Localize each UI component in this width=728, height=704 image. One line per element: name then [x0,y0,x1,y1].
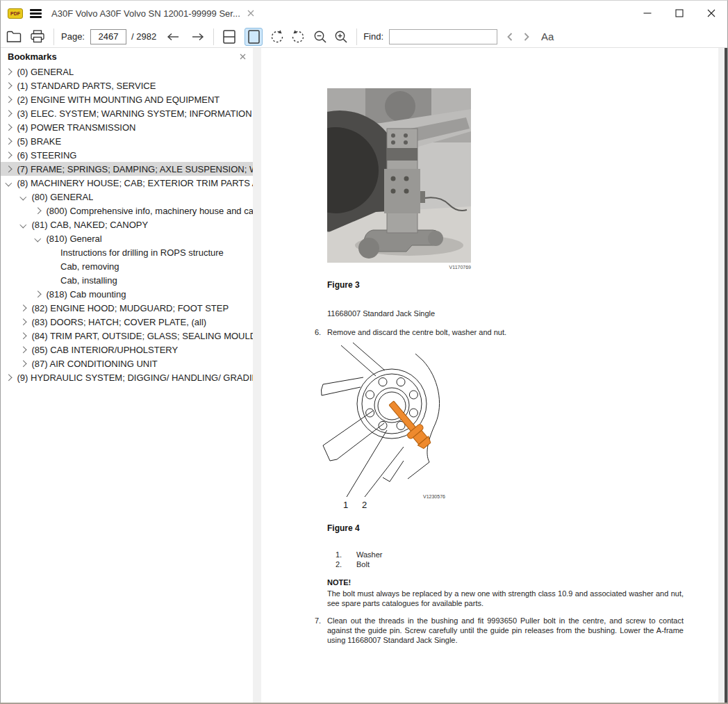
zoom-out-button[interactable] [313,30,327,44]
figure4-caption: Figure 4 [327,523,360,533]
find-next-button[interactable] [523,32,530,42]
tab-close-icon[interactable] [247,10,254,17]
bookmark-item[interactable]: Cab, installing [1,273,253,287]
bookmark-label: (810) General [47,234,102,244]
previous-page-button[interactable] [166,33,180,41]
chevron-right-icon[interactable] [6,152,12,158]
bookmark-item[interactable]: (7) FRAME; SPRINGS; DAMPING; AXLE SUSPEN… [1,162,253,176]
scrollbar-track[interactable] [718,48,725,703]
bookmark-list: (0) GENERAL(1) STANDARD PARTS, SERVICE(2… [1,65,253,384]
find-previous-button[interactable] [506,32,513,42]
chevron-right-icon[interactable] [6,68,12,74]
chevron-right-icon [523,32,530,42]
bookmark-item[interactable]: (6) STEERING [1,148,253,162]
chevron-right-icon[interactable] [20,318,26,325]
single-page-view-button[interactable] [245,28,263,46]
bookmark-item[interactable]: (9) HYDRAULIC SYSTEM; DIGGING/ HANDLING/… [1,370,253,384]
bookmark-item[interactable]: (81) CAB, NAKED; CANOPY [1,218,253,231]
pdf-page: V1170769 Figure 3 11668007 Standard Jack… [261,48,720,703]
rotate-ccw-button[interactable] [270,29,285,44]
bookmark-label: (87) AIR CONDITIONING UNIT [32,359,158,369]
bookmark-item[interactable]: (810) General [1,231,253,245]
step-text: Remove and discard the centre bolt, wash… [327,328,684,338]
bookmark-label: (4) POWER TRANSMISSION [17,122,136,133]
bookmark-item[interactable]: (82) ENGINE HOOD; MUDGUARD; FOOT STEP [1,301,253,315]
tool-reference: 11668007 Standard Jack Single [327,309,435,318]
page-number-input[interactable] [90,29,126,44]
page-label: Page: [61,31,85,42]
print-button[interactable] [30,30,45,43]
bookmark-item[interactable]: (84) TRIM PART, OUTSIDE; GLASS; SEALING … [1,329,253,343]
open-file-button[interactable] [6,31,22,43]
scrollbar[interactable] [725,48,727,703]
toolbar-separator [53,28,54,45]
chevron-right-icon[interactable] [6,96,12,102]
bookmarks-panel: Bookmarks (0) GENERAL(1) STANDARD PARTS,… [1,48,253,703]
chevron-right-icon[interactable] [35,290,41,297]
close-button[interactable] [695,1,727,26]
panel-divider[interactable] [253,48,261,703]
chevron-right-icon[interactable] [20,304,26,311]
chevron-right-icon[interactable] [6,165,12,172]
menu-hamburger-icon[interactable] [30,9,42,18]
bookmark-label: (2) ENGINE WITH MOUNTING AND EQUIPMENT [17,95,220,105]
step-number: 7. [315,616,327,645]
bookmark-label: (800) Comprehensive info, machinery hous… [47,206,254,216]
chevron-right-icon[interactable] [6,124,12,130]
bookmark-item[interactable]: (818) Cab mounting [1,287,253,301]
figure3-image-code: V1170769 [327,265,471,270]
bookmark-item[interactable]: (5) BRAKE [1,134,253,148]
bookmark-item[interactable]: (85) CAB INTERIOR/UPHOLSTERY [1,343,253,357]
document-tab-title[interactable]: A30F Volvo A30F Volvo SN 12001-99999 Ser… [51,8,240,19]
step-text: Clean out the threads in the bushing and… [327,616,684,645]
match-case-toggle[interactable]: Aa [541,31,554,42]
chevron-right-icon[interactable] [6,374,12,380]
note-text: The bolt must always be replaced by a ne… [327,589,684,609]
bookmarks-close-icon[interactable] [240,54,246,60]
bookmark-item[interactable]: (83) DOORS; HATCH; COVER PLATE, (all) [1,315,253,329]
legend-number: 1. [336,550,356,560]
bookmarks-title: Bookmarks [8,51,57,62]
pdf-reader-window: PDF A30F Volvo A30F Volvo SN 12001-99999… [0,0,728,704]
chevron-right-icon[interactable] [6,82,12,88]
bookmark-item[interactable]: (2) ENGINE WITH MOUNTING AND EQUIPMENT [1,92,253,106]
bookmark-label: Instructions for drilling in ROPS struct… [60,247,224,258]
figure3-caption: Figure 3 [327,280,360,290]
bookmark-item[interactable]: (87) AIR CONDITIONING UNIT [1,357,253,370]
chevron-down-icon[interactable] [20,193,26,199]
chevron-right-icon[interactable] [20,332,26,338]
step-6: 6. Remove and discard the centre bolt, w… [315,328,684,338]
chevron-down-icon[interactable] [20,221,26,227]
two-page-view-button[interactable] [220,28,238,46]
chevron-right-icon[interactable] [20,346,26,352]
minimize-button[interactable] [631,1,663,26]
chevron-down-icon[interactable] [35,235,41,241]
find-label: Find: [363,31,383,42]
page-total: / 2982 [131,31,156,42]
maximize-button[interactable] [663,1,695,26]
chevron-right-icon[interactable] [35,207,41,213]
bookmark-item[interactable]: (800) Comprehensive info, machinery hous… [1,204,253,218]
next-page-button[interactable] [191,33,205,41]
bookmark-item[interactable]: (1) STANDARD PARTS, SERVICE [1,79,253,92]
find-input[interactable] [389,29,497,44]
bookmark-label: (81) CAB, NAKED; CANOPY [32,220,149,230]
chevron-down-icon[interactable] [6,179,12,186]
bookmark-item[interactable]: (3) ELEC. SYSTEM; WARNING SYSTEM; INFORM… [1,106,253,120]
app-pdf-icon: PDF [8,8,23,19]
zoom-in-button[interactable] [334,30,348,44]
rotate-cw-icon [290,29,306,44]
folder-icon [6,31,22,43]
zoom-in-icon [334,30,348,44]
bookmark-item[interactable]: (0) GENERAL [1,65,253,79]
bookmark-item[interactable]: Instructions for drilling in ROPS struct… [1,245,253,259]
chevron-right-icon[interactable] [6,110,12,116]
bookmark-item[interactable]: (4) POWER TRANSMISSION [1,120,253,134]
bookmark-item[interactable]: Cab, removing [1,259,253,273]
chevron-right-icon[interactable] [6,138,12,144]
rotate-cw-button[interactable] [290,29,306,44]
bookmark-item[interactable]: (80) GENERAL [1,190,253,204]
chevron-right-icon[interactable] [20,360,26,366]
bookmark-item[interactable]: (8) MACHINERY HOUSE; CAB; EXTERIOR TRIM … [1,176,253,190]
bookmark-label: (5) BRAKE [17,136,62,147]
